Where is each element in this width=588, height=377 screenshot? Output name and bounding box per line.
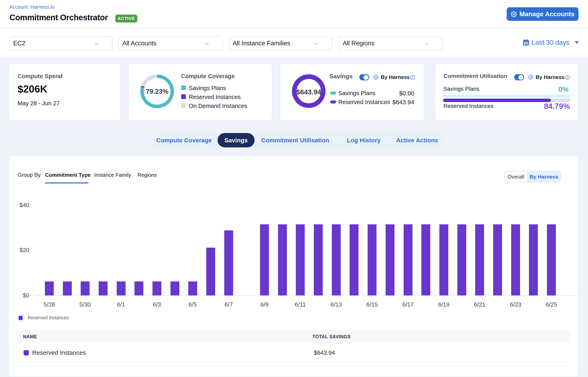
svg-text:$643.94: $643.94 [296,88,321,96]
svg-text:79.23%: 79.23% [146,88,168,95]
